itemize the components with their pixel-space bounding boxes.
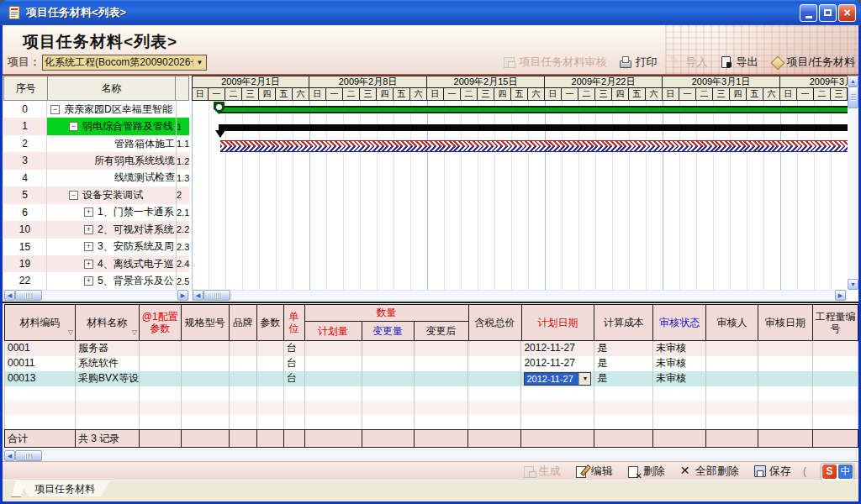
expand-icon[interactable]: + (84, 260, 93, 269)
material-col-plan_date[interactable]: 计划日期 (522, 305, 595, 340)
expand-icon[interactable]: + (84, 242, 93, 251)
collapse-icon[interactable]: − (69, 122, 78, 131)
project-select[interactable]: 化系统工程(Bocom第200902026号) ▼ (42, 55, 207, 71)
material-empty-row[interactable] (4, 415, 858, 429)
gantt-bar-summary-black[interactable] (219, 124, 848, 131)
gantt-day-label: 四 (612, 88, 629, 101)
material-row[interactable]: 0001服务器台2012-11-27是未审核 (4, 341, 858, 356)
material-row[interactable]: 00013采购BVX等设台2012-11-27▼是未审核 (4, 371, 858, 386)
scroll-left-button[interactable]: ◀ (193, 290, 203, 301)
task-row[interactable]: 2管路箱体施工1.1 (3, 135, 189, 152)
material-col-qty_plan[interactable]: 计划量 (305, 322, 362, 340)
gantt-vertical-scrollbar[interactable]: ▲ ▼ (848, 76, 858, 290)
material-col-audit_date[interactable]: 审核日期 (758, 305, 813, 340)
material-col-param[interactable]: 参数 (257, 305, 284, 340)
task-row[interactable]: 3所有弱电系统线缆1.2 (3, 152, 189, 169)
scroll-up-button[interactable]: ▲ (848, 76, 858, 87)
task-row[interactable]: 6+1、门禁一卡通系2.1 (3, 204, 189, 221)
task-table-hscrollbar[interactable]: ◀ ▶ (3, 290, 189, 301)
material-col-cfg[interactable]: @1配置参数 (140, 305, 182, 340)
gantt-day-label: 二 (814, 88, 831, 101)
material-col-qty_no[interactable]: 工程量编号 (813, 305, 858, 340)
chevron-down-icon[interactable]: ▼ (193, 59, 206, 66)
material-col-name[interactable]: 材料名称▽ (76, 305, 140, 340)
close-button[interactable]: × (838, 4, 856, 22)
gantt-hscrollbar[interactable]: ◀ ▶ (192, 290, 847, 301)
task-name: +3、安防系统及周 (47, 239, 176, 255)
task-row[interactable]: 1−弱电综合管路及管线1 (3, 118, 189, 134)
gantt-day-label: 二 (343, 88, 360, 101)
material-col-total_price[interactable]: 含税总价 (469, 305, 522, 340)
material-col-calc_cost[interactable]: 计算成本 (594, 305, 653, 340)
material-empty-row[interactable] (4, 401, 858, 415)
scroll-right-button[interactable]: ▶ (177, 290, 188, 301)
ime-language-badge[interactable]: 中 (838, 465, 853, 479)
task-row[interactable]: 5−设备安装调试2 (3, 186, 189, 203)
vertical-scrollbar-thumb[interactable] (848, 87, 858, 108)
collapse-icon[interactable]: − (69, 191, 78, 200)
gantt-day-label: 一 (326, 88, 343, 101)
gantt-day-label: 一 (562, 88, 578, 101)
task-col-seq-header[interactable]: 序号 (4, 76, 48, 100)
task-seq: 22 (3, 272, 47, 289)
material-cell-spec (182, 371, 230, 386)
sort-icon[interactable]: ▽ (68, 327, 73, 339)
minimize-button[interactable] (800, 4, 817, 22)
material-empty-cell (706, 415, 758, 429)
material-cell-param (257, 371, 284, 386)
material-col-auditor[interactable]: 审核人 (706, 305, 758, 340)
print-button[interactable]: 打印 (619, 55, 657, 70)
sogou-ime-icon[interactable]: S (822, 465, 837, 479)
delete-all-button[interactable]: 全部删除 (679, 464, 739, 479)
task-row[interactable]: 0−亲亲家园D区幸福里智能 (3, 101, 189, 118)
gantt-day-header: 日一二三四五六日一二三四五六日一二三四五六日一二三四五六日一二三四五六日一二三四… (192, 88, 848, 101)
horizontal-scrollbar-thumb[interactable] (15, 290, 42, 301)
task-name: −设备安装调试 (47, 186, 176, 203)
task-col-name-header[interactable]: 名称 (48, 76, 175, 100)
task-wbs-code: 1 (176, 118, 189, 134)
expand-icon[interactable]: + (84, 276, 93, 286)
delete-button[interactable]: 删除 (627, 464, 665, 479)
gantt-bar-summary-green[interactable] (219, 106, 848, 113)
sort-icon[interactable]: ▽ (132, 327, 137, 339)
task-row[interactable]: 19+4、离线式电子巡2.4 (3, 255, 189, 272)
task-row[interactable]: 4线缆测试检查1.3 (3, 170, 189, 186)
material-cell-param (257, 356, 284, 371)
scroll-down-button[interactable]: ▼ (848, 279, 858, 290)
gantt-bar-hatched[interactable] (220, 140, 848, 152)
task-row[interactable]: 15+3、安防系统及周2.3 (3, 239, 189, 255)
material-cell-auditor (706, 371, 758, 386)
scroll-right-button[interactable]: ▶ (835, 290, 846, 301)
expand-icon[interactable]: + (84, 207, 93, 217)
material-col-code[interactable]: 材料编码▽ (5, 305, 76, 340)
scroll-left-button[interactable]: ◀ (4, 290, 15, 301)
summary-cell-audit_status (653, 430, 706, 447)
material-col-audit_status[interactable]: 审核状态 (653, 305, 706, 340)
tab-project-task-material[interactable]: 项目任务材料 (19, 480, 110, 496)
material-cell-auditor (706, 356, 758, 371)
material-col-qty_change[interactable]: 变更量 (362, 322, 415, 340)
gantt-day-label: 二 (225, 88, 242, 101)
material-empty-row[interactable] (4, 386, 858, 401)
project-material-button[interactable]: 项目/任务材料 (770, 55, 855, 70)
collapse-icon[interactable]: − (50, 105, 60, 114)
export-button[interactable]: 导出 (720, 55, 758, 70)
expand-icon[interactable]: + (84, 225, 93, 234)
horizontal-scrollbar-thumb[interactable] (15, 450, 42, 461)
material-table-hscrollbar[interactable]: ◀ (3, 449, 857, 460)
gantt-week-label: 2009年2月15日 (427, 76, 545, 88)
scroll-left-button[interactable]: ◀ (4, 450, 15, 461)
material-col-qty_after[interactable]: 变更后 (415, 322, 469, 340)
horizontal-scrollbar-thumb[interactable] (203, 290, 230, 301)
date-editor[interactable]: 2012-11-27▼ (524, 372, 591, 386)
edit-button[interactable]: 编辑 (575, 464, 613, 479)
task-row[interactable]: 22+5、背景音乐及公2.5 (3, 272, 189, 289)
date-dropdown-button[interactable]: ▼ (578, 373, 590, 385)
task-row[interactable]: 10+2、可视对讲系统2.2 (3, 221, 189, 238)
maximize-button[interactable] (819, 4, 837, 22)
save-button[interactable]: 保存 (753, 464, 791, 479)
material-col-spec[interactable]: 规格型号 (182, 305, 230, 340)
material-col-brand[interactable]: 品牌 (230, 305, 257, 340)
material-row[interactable]: 00011系统软件台2012-11-27是未审核 (4, 356, 858, 371)
material-col-unit[interactable]: 单位 (284, 305, 305, 340)
